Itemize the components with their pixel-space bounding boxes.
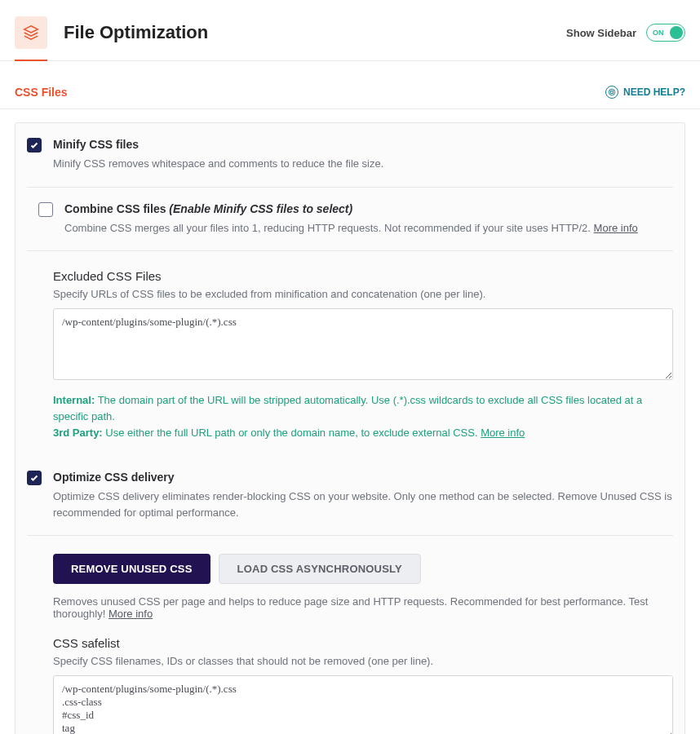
- sidebar-toggle[interactable]: ON: [646, 24, 685, 42]
- combine-css-desc: Combine CSS merges all your files into 1…: [64, 220, 662, 237]
- excluded-hint-internal: Internal: The domain part of the URL wil…: [53, 392, 673, 425]
- show-sidebar-label: Show Sidebar: [566, 27, 636, 39]
- remove-unused-css-button[interactable]: REMOVE UNUSED CSS: [53, 554, 210, 584]
- optimize-delivery-desc: Optimize CSS delivery eliminates render-…: [53, 489, 673, 520]
- delivery-more-link[interactable]: More info: [109, 608, 153, 620]
- combine-css-label: Combine CSS files (Enable Minify CSS fil…: [64, 202, 662, 215]
- optimize-delivery-label: Optimize CSS delivery: [53, 471, 673, 484]
- toggle-on-label: ON: [653, 29, 664, 37]
- svg-point-1: [610, 91, 613, 93]
- toggle-knob: [670, 26, 683, 39]
- optimize-delivery-checkbox[interactable]: [27, 471, 42, 485]
- excluded-hint-third: 3rd Party: Use either the full URL path …: [53, 425, 673, 441]
- safelist-desc: Specify CSS filenames, IDs or classes th…: [53, 655, 673, 667]
- delivery-mode-desc: Removes unused CSS per page and helps to…: [53, 595, 673, 620]
- excluded-label: Excluded CSS Files: [53, 269, 673, 283]
- safelist-input[interactable]: [53, 675, 673, 734]
- excluded-css-input[interactable]: [53, 308, 673, 380]
- minify-css-label: Minify CSS files: [53, 138, 673, 151]
- safelist-label: CSS safelist: [53, 636, 673, 650]
- page-title: File Optimization: [64, 22, 566, 43]
- section-title: CSS Files: [15, 86, 68, 99]
- load-css-async-button[interactable]: LOAD CSS ASYNCHRONOUSLY: [219, 554, 421, 584]
- minify-css-checkbox[interactable]: [27, 138, 42, 153]
- need-help-text: NEED HELP?: [623, 86, 685, 98]
- need-help-link[interactable]: NEED HELP?: [605, 86, 685, 99]
- minify-css-desc: Minify CSS removes whitespace and commen…: [53, 156, 673, 172]
- file-optimization-icon: [15, 16, 47, 49]
- excluded-desc: Specify URLs of CSS files to be excluded…: [53, 288, 673, 300]
- excluded-hint-more-link[interactable]: More info: [481, 427, 525, 439]
- combine-css-checkbox[interactable]: [38, 202, 53, 217]
- lifebuoy-icon: [605, 86, 618, 99]
- combine-more-link[interactable]: More info: [594, 222, 638, 234]
